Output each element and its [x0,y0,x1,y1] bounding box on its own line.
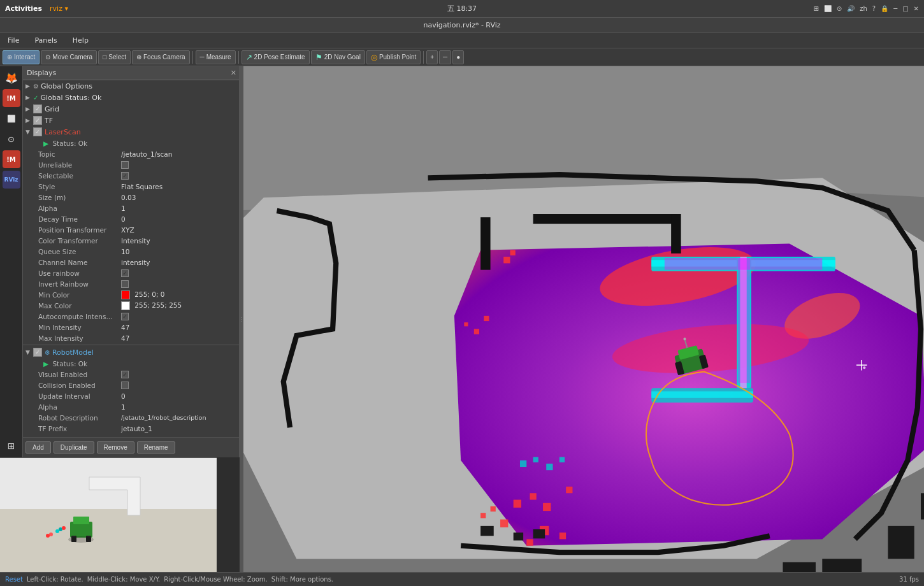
ls-max-color-name: Max Color [38,302,121,310]
ls-min-color-row[interactable]: Min Color 255; 0; 0 [23,289,239,300]
toolbar-extra-3[interactable]: ● [452,50,464,64]
menu-panels[interactable]: Panels [32,35,59,46]
ls-channel-name: Channel Name [38,259,121,266]
ls-rainbow-row[interactable]: Use rainbow [23,268,239,278]
ls-max-intensity-row[interactable]: Max Intensity 47 [23,332,239,343]
ls-max-intensity-value: 47 [121,334,129,342]
tray-audio[interactable]: 🔊 [847,5,855,12]
robotmodel-checkbox[interactable]: ✓ [33,348,42,357]
rm-tf-prefix-value: jetauto_1 [121,425,152,432]
toolbar-extra-1[interactable]: + [426,50,438,64]
ls-color-transformer-row[interactable]: Color Transformer Intensity [23,235,239,246]
ls-rainbow-checkbox[interactable] [121,269,129,277]
rename-button[interactable]: Rename [137,441,175,454]
ls-autocompute-row[interactable]: Autocompute Intens... [23,311,239,322]
sidebar-icon-1[interactable]: !M [3,89,20,107]
rm-desc-row[interactable]: Robot Description /jetauto_1/robot_descr… [23,412,239,423]
activities-label[interactable]: Activities [5,4,42,13]
sidebar-grid-icon[interactable]: ⊞ [3,437,20,455]
ls-selectable-checkbox[interactable] [121,172,129,180]
measure-button[interactable]: ─ Measure [196,50,236,64]
publish-point-button[interactable]: ◎ Publish Point [366,50,421,64]
duplicate-button[interactable]: Duplicate [54,441,94,454]
ls-pos-transformer-row[interactable]: Position Transformer XYZ [23,224,239,235]
min-color-swatch[interactable] [121,290,130,299]
tray-lang[interactable]: zh [860,5,867,12]
tray-close[interactable]: ✕ [914,5,919,12]
focus-camera-button[interactable]: ⊕ Focus Camera [132,50,190,64]
max-color-swatch[interactable] [121,301,130,310]
displays-content[interactable]: ▶ ⚙ Global Options ▶ ✓ Global Status: Ok… [23,80,239,437]
rm-visual-checkbox[interactable] [121,371,129,378]
system-bar: Activities rviz ▾ 五 18:37 ⊞ ⬜ ⊙ 🔊 zh ? 🔒… [0,0,924,18]
sidebar-icon-obs[interactable]: ⊙ [3,130,20,148]
laserscan-item[interactable]: ▼ ✓ LaserScan [23,126,239,138]
sidebar-firefox-icon[interactable]: 🦊 [3,69,20,87]
ls-unreliable-name: Unreliable [38,161,121,169]
displays-close-button[interactable]: ✕ [231,69,236,77]
tray-help[interactable]: ? [872,5,876,12]
tf-checkbox[interactable]: ✓ [33,116,42,125]
ls-min-intensity-row[interactable]: Min Intensity 47 [23,322,239,332]
robotmodel-arrow: ▼ [25,349,33,355]
ls-style-row[interactable]: Style Flat Squares [23,181,239,192]
tray-network[interactable]: ⊙ [837,5,842,12]
svg-rect-58 [533,529,545,538]
svg-point-7 [55,529,59,533]
rm-collision-checkbox[interactable] [121,382,129,389]
toolbar-extra-2[interactable]: ─ [439,50,451,64]
global-options-item[interactable]: ▶ ⚙ Global Options [23,80,239,92]
ls-autocompute-checkbox[interactable] [121,313,129,320]
svg-rect-62 [921,493,924,519]
tray-lock[interactable]: 🔒 [881,5,888,12]
ls-channel-row[interactable]: Channel Name intensity [23,257,239,268]
ls-size-row[interactable]: Size (m) 0.03 [23,192,239,203]
interact-button[interactable]: ⊕ Interact [3,50,40,64]
ls-max-color-row[interactable]: Max Color 255; 255; 255 [23,300,239,311]
rm-alpha-row[interactable]: Alpha 1 [23,401,239,412]
add-button[interactable]: Add [25,441,51,454]
2d-pose-button[interactable]: ↗ 2D Pose Estimate [242,50,310,64]
remove-button[interactable]: Remove [97,441,134,454]
rm-tf-prefix-row[interactable]: TF Prefix jetauto_1 [23,423,239,434]
tray-grid[interactable]: ⊞ [813,5,818,12]
tray-monitor[interactable]: ⬜ [824,5,832,12]
laserscan-checkbox[interactable]: ✓ [33,127,42,136]
select-button[interactable]: □ Select [98,50,131,64]
ls-unreliable-checkbox[interactable] [121,161,129,169]
ls-queue-row[interactable]: Queue Size 10 [23,246,239,257]
grid-item[interactable]: ▶ ✓ Grid [23,103,239,115]
ls-queue-value: 10 [121,248,129,255]
global-status-item[interactable]: ▶ ✓ Global Status: Ok [23,92,239,103]
svg-rect-44 [500,520,508,527]
ls-selectable-row[interactable]: Selectable [23,170,239,181]
sidebar-icon-2[interactable]: ⬜ [3,110,20,127]
3d-viewport[interactable]: 31 fps [243,66,924,572]
svg-rect-61 [888,526,914,559]
tray-maximize[interactable]: □ [902,5,908,12]
ls-invert-rainbow-row[interactable]: Invert Rainbow [23,278,239,289]
reset-button[interactable]: Reset [5,576,23,583]
rm-update-row[interactable]: Update Interval 0 [23,390,239,401]
sidebar-icon-3[interactable]: !M [3,150,20,168]
rm-visual-row[interactable]: Visual Enabled [23,369,239,380]
2d-nav-button[interactable]: ⚑ 2D Nav Goal [311,50,365,64]
ls-unreliable-row[interactable]: Unreliable [23,159,239,170]
menu-help[interactable]: Help [70,35,91,46]
status-shift: Shift: More options. [271,576,333,583]
ls-size-name: Size (m) [38,194,121,201]
app-name[interactable]: rviz ▾ [50,4,68,13]
ls-invert-rainbow-checkbox[interactable] [121,280,129,288]
tf-item[interactable]: ▶ ✓ TF [23,115,239,126]
ls-decay-row[interactable]: Decay Time 0 [23,213,239,224]
robotmodel-item[interactable]: ▼ ✓ ⚙ RobotModel [23,347,239,358]
grid-checkbox[interactable]: ✓ [33,104,42,113]
ls-topic-row[interactable]: Topic /jetauto_1/scan [23,148,239,159]
tray-minimize[interactable]: ─ [893,5,897,12]
move-camera-button[interactable]: ⊙ Move Camera [41,50,97,64]
menu-file[interactable]: File [5,35,22,46]
ls-alpha-row[interactable]: Alpha 1 [23,203,239,213]
sidebar-rviz-icon[interactable]: RViz [3,171,20,189]
svg-rect-59 [783,562,816,572]
rm-collision-row[interactable]: Collision Enabled [23,380,239,390]
